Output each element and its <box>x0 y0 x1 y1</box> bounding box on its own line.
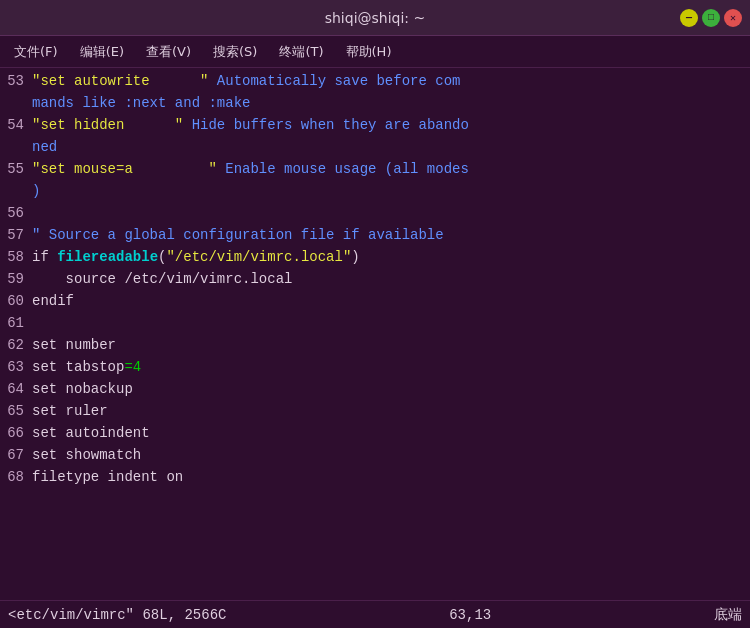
menu-search[interactable]: 搜索(S) <box>203 39 267 65</box>
line-number: 57 <box>0 224 32 246</box>
line-content: ) <box>32 180 750 202</box>
code-line-62: 62 set number <box>0 334 750 356</box>
code-line-59: 59 source /etc/vim/vimrc.local <box>0 268 750 290</box>
line-number: 58 <box>0 246 32 268</box>
statusbar-fileinfo: <etc/vim/vimrc" 68L, 2566C <box>8 607 226 623</box>
code-line-57: 57 " Source a global configuration file … <box>0 224 750 246</box>
line-content <box>32 202 750 224</box>
maximize-button[interactable]: □ <box>702 9 720 27</box>
code-line-66: 66 set autoindent <box>0 422 750 444</box>
line-content: "set mouse=a " Enable mouse usage (all m… <box>32 158 750 180</box>
line-number <box>0 180 32 202</box>
line-content: set nobackup <box>32 378 750 400</box>
line-number: 63 <box>0 356 32 378</box>
line-content <box>32 312 750 334</box>
statusbar-mode: 底端 <box>714 606 742 624</box>
line-content: set ruler <box>32 400 750 422</box>
line-content: if filereadable("/etc/vim/vimrc.local") <box>32 246 750 268</box>
line-content: "set autowrite " Automatically save befo… <box>32 70 750 92</box>
line-number: 68 <box>0 466 32 488</box>
line-number: 62 <box>0 334 32 356</box>
line-number: 54 <box>0 114 32 136</box>
line-number <box>0 92 32 114</box>
code-line-68: 68 filetype indent on <box>0 466 750 488</box>
line-number: 66 <box>0 422 32 444</box>
code-line-67: 67 set showmatch <box>0 444 750 466</box>
line-content: source /etc/vim/vimrc.local <box>32 268 750 290</box>
menu-file[interactable]: 文件(F) <box>4 39 68 65</box>
menu-edit[interactable]: 编辑(E) <box>70 39 134 65</box>
line-number <box>0 136 32 158</box>
close-button[interactable]: ✕ <box>724 9 742 27</box>
line-number: 59 <box>0 268 32 290</box>
line-content: endif <box>32 290 750 312</box>
line-number: 53 <box>0 70 32 92</box>
menubar: 文件(F) 编辑(E) 查看(V) 搜索(S) 终端(T) 帮助(H) <box>0 36 750 68</box>
code-line-63: 63 set tabstop=4 <box>0 356 750 378</box>
window-title: shiqi@shiqi: ~ <box>325 10 426 26</box>
code-line-65: 65 set ruler <box>0 400 750 422</box>
line-content: "set hidden " Hide buffers when they are… <box>32 114 750 136</box>
code-line-56: 56 <box>0 202 750 224</box>
menu-help[interactable]: 帮助(H) <box>336 39 402 65</box>
line-content: " Source a global configuration file if … <box>32 224 750 246</box>
code-line-64: 64 set nobackup <box>0 378 750 400</box>
titlebar: shiqi@shiqi: ~ — □ ✕ <box>0 0 750 36</box>
code-line-55b: ) <box>0 180 750 202</box>
code-line-60: 60 endif <box>0 290 750 312</box>
line-number: 55 <box>0 158 32 180</box>
code-line-53: 53 "set autowrite " Automatically save b… <box>0 70 750 92</box>
line-content: set showmatch <box>32 444 750 466</box>
editor-area[interactable]: 53 "set autowrite " Automatically save b… <box>0 68 750 600</box>
statusbar-position: 63,13 <box>449 607 491 623</box>
line-content: set autoindent <box>32 422 750 444</box>
line-number: 65 <box>0 400 32 422</box>
code-line-54: 54 "set hidden " Hide buffers when they … <box>0 114 750 136</box>
line-number: 56 <box>0 202 32 224</box>
line-content: set number <box>32 334 750 356</box>
code-line-54b: ned <box>0 136 750 158</box>
menu-view[interactable]: 查看(V) <box>136 39 201 65</box>
line-number: 67 <box>0 444 32 466</box>
code-line-58: 58 if filereadable("/etc/vim/vimrc.local… <box>0 246 750 268</box>
line-content: set tabstop=4 <box>32 356 750 378</box>
line-content: filetype indent on <box>32 466 750 488</box>
code-line-55: 55 "set mouse=a " Enable mouse usage (al… <box>0 158 750 180</box>
line-content: ned <box>32 136 750 158</box>
line-content: mands like :next and :make <box>32 92 750 114</box>
line-number: 61 <box>0 312 32 334</box>
statusbar: <etc/vim/vimrc" 68L, 2566C 63,13 底端 <box>0 600 750 628</box>
minimize-button[interactable]: — <box>680 9 698 27</box>
window-controls: — □ ✕ <box>680 9 742 27</box>
menu-terminal[interactable]: 终端(T) <box>269 39 333 65</box>
line-number: 60 <box>0 290 32 312</box>
code-line-61: 61 <box>0 312 750 334</box>
code-line-53b: mands like :next and :make <box>0 92 750 114</box>
line-number: 64 <box>0 378 32 400</box>
